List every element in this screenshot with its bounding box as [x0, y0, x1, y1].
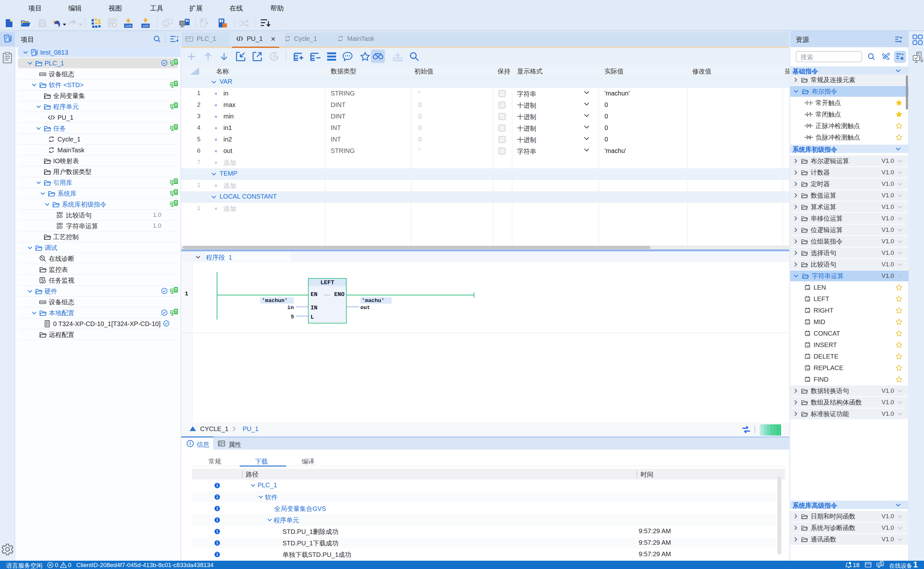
svg-text:1100: 1100	[125, 24, 131, 27]
svg-text:1100: 1100	[395, 58, 400, 61]
svg-text:1100: 1100	[143, 24, 149, 27]
svg-text:P: P	[808, 124, 810, 128]
svg-text:N: N	[808, 135, 810, 139]
